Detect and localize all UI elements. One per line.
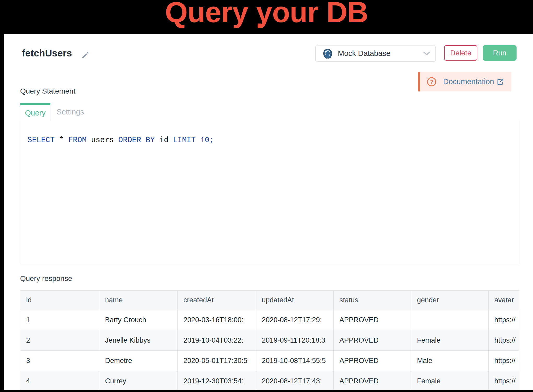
query-response-heading: Query response (20, 274, 72, 283)
query-statement-heading: Query Statement (20, 87, 76, 95)
cell-avatar: https:// (489, 310, 519, 330)
cell-status: APPROVED (334, 351, 411, 371)
cell-id: 3 (20, 351, 99, 371)
sql-text: id (155, 136, 173, 145)
sql-editor[interactable]: SELECT * FROM users ORDER BY id LIMIT 10… (20, 121, 519, 264)
column-header-name: name (99, 291, 178, 310)
cell-name: Jenelle Kibbys (99, 330, 178, 351)
column-header-status: status (334, 291, 411, 310)
sql-line: SELECT * FROM users ORDER BY id LIMIT 10… (27, 136, 519, 145)
cell-avatar: https:// (489, 371, 519, 390)
sql-keyword: FROM (68, 136, 87, 145)
query-response-table: idnamecreatedAtupdatedAtstatusgenderavat… (20, 290, 519, 390)
cell-status: APPROVED (334, 371, 411, 390)
table-row: 1Barty Crouch2020-03-16T18:00:2020-08-12… (20, 310, 519, 330)
cell-updatedAt: 2019-09-11T20:18:3 (256, 330, 334, 351)
cell-updatedAt: 2020-08-12T17:43: (256, 371, 334, 390)
database-selector-value: Mock Database (338, 49, 391, 58)
run-button[interactable]: Run (483, 45, 517, 61)
column-header-id: id (20, 291, 99, 310)
cell-id: 2 (20, 330, 99, 351)
cell-updatedAt: 2019-10-08T14:55:5 (256, 351, 334, 371)
table-header-row: idnamecreatedAtupdatedAtstatusgenderavat… (20, 291, 519, 310)
query-name: fetchUsers (22, 48, 72, 59)
cell-id: 1 (20, 310, 99, 330)
tab-query-label: Query (25, 109, 46, 117)
database-selector[interactable]: Mock Database (315, 45, 436, 62)
cell-createdAt: 2019-10-04T03:22: (178, 330, 256, 351)
sql-keyword: LIMIT (173, 136, 196, 145)
chevron-down-icon (423, 51, 430, 55)
sql-keyword: 10; (196, 136, 214, 145)
cell-avatar: https:// (489, 330, 519, 351)
tab-bar: Query Settings (20, 103, 519, 121)
column-header-gender: gender (411, 291, 489, 310)
cell-status: APPROVED (334, 330, 411, 351)
tab-settings-label: Settings (57, 108, 84, 116)
cell-gender (411, 310, 489, 330)
page-title: Query your DB (0, 0, 533, 29)
cell-gender: Male (411, 351, 489, 371)
cell-createdAt: 2019-12-30T03:54: (178, 371, 256, 390)
svg-text:?: ? (430, 79, 433, 84)
results-table: idnamecreatedAtupdatedAtstatusgenderavat… (20, 290, 519, 390)
sql-keyword: ORDER BY (118, 136, 155, 145)
tab-settings[interactable]: Settings (50, 103, 90, 121)
cell-id: 4 (20, 371, 99, 390)
edit-pencil-icon[interactable] (81, 51, 90, 59)
sql-text: users (86, 136, 118, 145)
cell-createdAt: 2020-03-16T18:00: (178, 310, 256, 330)
documentation-label: Documentation (443, 77, 494, 86)
sql-text: * (55, 136, 68, 145)
cell-createdAt: 2020-05-01T17:30:5 (178, 351, 256, 371)
cell-name: Barty Crouch (99, 310, 178, 330)
cell-name: Currey (99, 371, 178, 390)
column-header-updatedAt: updatedAt (256, 291, 334, 310)
postgresql-icon (322, 48, 333, 59)
title-stray-dot (258, 24, 261, 26)
column-header-createdAt: createdAt (178, 291, 256, 310)
documentation-link[interactable]: ? Documentation (418, 72, 511, 91)
column-header-avatar: avatar (489, 291, 519, 310)
cell-gender: Female (411, 371, 489, 390)
cell-avatar: https:// (489, 351, 519, 371)
table-row: 2Jenelle Kibbys2019-10-04T03:22:2019-09-… (20, 330, 519, 351)
delete-button[interactable]: Delete (444, 45, 477, 61)
table-row: 3Demetre2020-05-01T17:30:52019-10-08T14:… (20, 351, 519, 371)
cell-updatedAt: 2020-08-12T17:29: (256, 310, 334, 330)
cell-gender: Female (411, 330, 489, 351)
cell-status: APPROVED (334, 310, 411, 330)
question-circle-icon: ? (427, 77, 437, 87)
external-doc-icon (496, 78, 504, 86)
cell-name: Demetre (99, 351, 178, 371)
tab-query[interactable]: Query (20, 103, 50, 121)
content-panel: fetchUsers Mock Database Delete Run ? Do… (4, 34, 533, 390)
sql-keyword: SELECT (27, 136, 55, 145)
table-row: 4Currey2019-12-30T03:54:2020-08-12T17:43… (20, 371, 519, 390)
